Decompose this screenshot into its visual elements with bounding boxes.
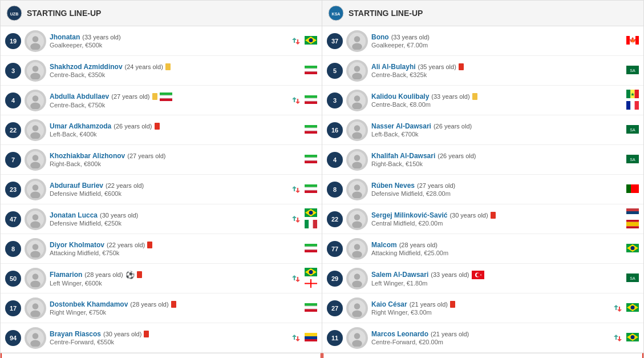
player-name-link[interactable]: Diyor Kholmatov bbox=[50, 241, 104, 249]
player-photo bbox=[25, 90, 46, 111]
player-name-link[interactable]: Kalidou Koulibaly bbox=[371, 92, 429, 100]
svg-rect-92 bbox=[305, 339, 317, 341]
player-name-line: Dostonbek Khamdamov (28 years old) bbox=[50, 300, 298, 308]
table-row: 22 Umar Adkhamzoda (26 years old)Left-Ba… bbox=[1, 115, 322, 145]
player-age: (26 years old) bbox=[114, 123, 152, 130]
table-row: 77 Malcom (28 years old)Attacking Midfie… bbox=[322, 234, 643, 264]
table-row: 4 Abdulla Abdullaev (27 years old)Centre… bbox=[1, 86, 322, 115]
player-name-line: Diyor Kholmatov (22 years old) bbox=[50, 241, 298, 249]
player-info: Salem Al-Dawsari (33 years old)Left Wing… bbox=[371, 271, 619, 287]
table-row: 19 Jhonatan (33 years old)Goalkeeper, €5… bbox=[1, 26, 322, 56]
red-card-icon bbox=[147, 242, 152, 248]
player-age: (27 years old) bbox=[111, 93, 149, 100]
substitute-icon bbox=[613, 303, 623, 313]
player-number: 8 bbox=[5, 241, 21, 257]
player-number: 50 bbox=[5, 271, 21, 287]
svg-rect-59 bbox=[305, 220, 309, 228]
player-name-link[interactable]: Malcom bbox=[371, 241, 397, 249]
svg-rect-136 bbox=[626, 211, 639, 214]
svg-text:SA: SA bbox=[630, 69, 635, 73]
player-name-link[interactable]: Dostonbek Khamdamov bbox=[50, 300, 128, 308]
svg-rect-24 bbox=[305, 95, 317, 98]
player-info: Ali Al-Bulayhi (35 years old)Centre-Back… bbox=[371, 63, 619, 78]
svg-point-146 bbox=[631, 246, 635, 250]
svg-point-63 bbox=[33, 244, 39, 250]
table-row: 7 Khozhiakbar Alizhonov (27 years old)Ri… bbox=[1, 145, 322, 175]
left-team-title: STARTING LINE-UP bbox=[27, 9, 101, 18]
table-row: 5 Ali Al-Bulayhi (35 years old)Centre-Ba… bbox=[322, 56, 643, 86]
player-position: Defensive Midfield, €250k bbox=[50, 220, 287, 227]
svg-rect-68 bbox=[305, 246, 317, 247]
player-flags bbox=[305, 155, 317, 165]
svg-rect-32 bbox=[305, 125, 317, 128]
svg-point-167 bbox=[631, 335, 635, 339]
flag-br bbox=[305, 268, 317, 278]
player-photo bbox=[25, 30, 46, 52]
svg-rect-13 bbox=[305, 71, 317, 74]
player-name-link[interactable]: Shakhzod Azmiddinov bbox=[50, 63, 123, 71]
player-name-link[interactable]: Kaio César bbox=[371, 300, 407, 308]
svg-point-108 bbox=[354, 95, 361, 102]
player-flags bbox=[305, 36, 317, 46]
player-photo bbox=[25, 149, 46, 171]
player-name-link[interactable]: Nasser Al-Dawsari bbox=[371, 122, 431, 130]
flag-it bbox=[305, 220, 317, 230]
country-icon bbox=[160, 92, 172, 101]
player-flags: 🍁 bbox=[626, 36, 639, 46]
player-number: 8 bbox=[327, 182, 343, 198]
player-name-link[interactable]: Rúben Neves bbox=[371, 182, 415, 190]
player-name-link[interactable]: Bono bbox=[371, 33, 389, 41]
player-flags bbox=[626, 244, 639, 254]
flag-ge bbox=[305, 279, 317, 289]
table-row: 47 Jonatan Lucca (30 years old)Defensive… bbox=[1, 204, 322, 234]
svg-rect-110 bbox=[626, 90, 630, 98]
left-players-list: 19 Jhonatan (33 years old)Goalkeeper, €5… bbox=[1, 26, 322, 353]
player-name-link[interactable]: Marcos Leonardo bbox=[371, 330, 428, 338]
svg-point-157 bbox=[354, 303, 361, 309]
player-name-link[interactable]: Khozhiakbar Alizhonov bbox=[50, 152, 125, 160]
table-row: 16 Nasser Al-Dawsari (26 years old)Left-… bbox=[322, 115, 643, 145]
svg-point-80 bbox=[33, 303, 39, 309]
svg-rect-115 bbox=[630, 101, 634, 110]
player-info: Marcos Leonardo (21 years old)Centre-For… bbox=[371, 330, 609, 345]
player-age: (30 years old) bbox=[449, 212, 488, 219]
player-icons bbox=[291, 273, 301, 284]
player-name-link[interactable]: Flamarion bbox=[50, 271, 82, 279]
svg-text:SA: SA bbox=[630, 158, 635, 162]
svg-rect-50 bbox=[305, 190, 317, 193]
player-name-line: Flamarion (28 years old)⚽ bbox=[50, 271, 287, 279]
svg-point-58 bbox=[309, 211, 313, 215]
player-photo bbox=[25, 119, 46, 141]
ball-icon: ⚽ bbox=[125, 271, 135, 279]
player-number: 47 bbox=[5, 211, 21, 227]
player-name-link[interactable]: Abdurauf Buriev bbox=[50, 182, 103, 190]
player-name-link[interactable]: Sergej Milinković-Savić bbox=[371, 211, 447, 219]
svg-rect-84 bbox=[305, 309, 317, 312]
table-row: 27 Kaio César (21 years old)Right Winger… bbox=[322, 293, 643, 323]
svg-rect-116 bbox=[635, 101, 639, 110]
table-row: 17 Dostonbek Khamdamov (28 years old)Rig… bbox=[1, 293, 322, 323]
player-number: 3 bbox=[5, 63, 21, 79]
svg-rect-130 bbox=[626, 184, 631, 193]
player-name-link[interactable]: Khalifah Al-Dawsari bbox=[371, 152, 435, 160]
player-number: 94 bbox=[5, 330, 21, 346]
left-team-panel: UZB STARTING LINE-UP 19 Jhonatan (33 yea… bbox=[0, 0, 322, 358]
svg-rect-42 bbox=[305, 160, 317, 163]
player-name-link[interactable]: Salem Al-Dawsari bbox=[371, 271, 428, 279]
player-number: 4 bbox=[5, 92, 21, 108]
player-name-link[interactable]: Abdulla Abdullaev bbox=[50, 92, 109, 100]
player-name-line: Khozhiakbar Alizhonov (27 years old) bbox=[50, 152, 298, 160]
player-name-link[interactable]: Jhonatan bbox=[50, 33, 80, 41]
svg-point-46 bbox=[33, 184, 39, 191]
player-name-link[interactable]: Brayan Riascos bbox=[50, 330, 101, 338]
flag-co bbox=[305, 333, 317, 343]
player-info: Bono (33 years old)Goalkeeper, €7.00m bbox=[371, 33, 619, 49]
yellow-card-icon bbox=[165, 63, 171, 70]
player-flags bbox=[305, 208, 317, 230]
player-photo bbox=[346, 327, 368, 349]
substitute-icon bbox=[291, 214, 301, 224]
player-name-link[interactable]: Umar Adkhamzoda bbox=[50, 122, 111, 130]
player-name-link[interactable]: Jonatan Lucca bbox=[50, 211, 98, 219]
svg-point-75 bbox=[309, 270, 313, 274]
player-name-link[interactable]: Ali Al-Bulayhi bbox=[371, 63, 416, 71]
